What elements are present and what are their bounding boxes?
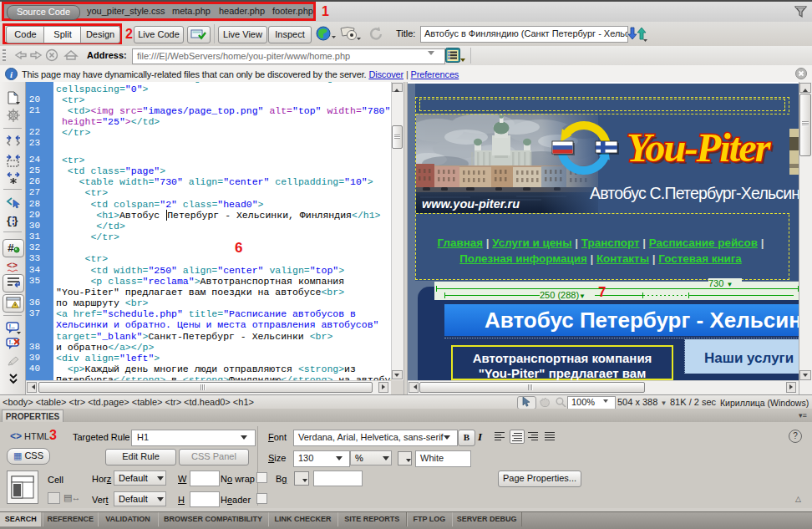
svg-text:www.you-piter.ru: www.you-piter.ru: [422, 197, 520, 211]
svg-text:You-Piter: You-Piter: [627, 125, 772, 170]
svg-text:Автобус С.Петербург-Хельсинки: Автобус С.Петербург-Хельсинки: [590, 184, 799, 202]
svg-text:!.: !.: [9, 338, 13, 346]
svg-text:{}: {}: [6, 215, 19, 227]
svg-text:#: #: [8, 242, 14, 255]
svg-text:!..: !..: [9, 323, 15, 330]
svg-text:<>: <>: [7, 261, 18, 271]
